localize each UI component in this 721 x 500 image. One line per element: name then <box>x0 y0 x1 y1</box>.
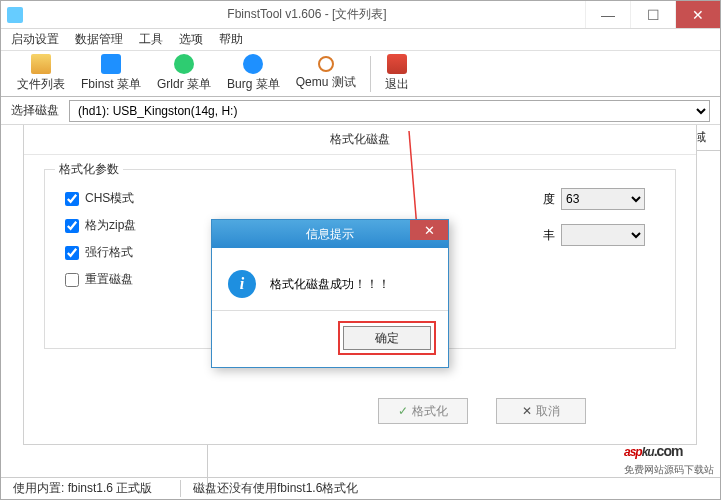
disk-select[interactable]: (hd1): USB_Kingston(14g, H:) <box>69 100 710 122</box>
app-icon <box>7 7 23 23</box>
tb-filelist[interactable]: 文件列表 <box>9 52 73 95</box>
menu-start[interactable]: 启动设置 <box>11 31 59 48</box>
tb-qemu[interactable]: Qemu 测试 <box>288 54 364 93</box>
menu-tools[interactable]: 工具 <box>139 31 163 48</box>
message-box: 信息提示 ✕ i 格式化磁盘成功！！！ 确定 <box>211 219 449 368</box>
grldr-icon <box>174 54 194 74</box>
chk-zip[interactable] <box>65 219 79 233</box>
ok-button[interactable]: 确定 <box>343 326 431 350</box>
disk-icon <box>101 54 121 74</box>
maximize-button[interactable]: ☐ <box>630 1 675 28</box>
tb-fbinst[interactable]: Fbinst 菜单 <box>73 52 149 95</box>
window-close-button[interactable]: ✕ <box>675 1 720 28</box>
menu-options[interactable]: 选项 <box>179 31 203 48</box>
disk-selector-row: 选择磁盘 (hd1): USB_Kingston(14g, H:) <box>1 97 720 125</box>
tb-exit[interactable]: 退出 <box>377 52 417 95</box>
msgbox-title-bar[interactable]: 信息提示 ✕ <box>212 220 448 248</box>
menu-help[interactable]: 帮助 <box>219 31 243 48</box>
tb-grldr[interactable]: Grldr 菜单 <box>149 52 219 95</box>
burg-icon <box>243 54 263 74</box>
msgbox-close-button[interactable]: ✕ <box>410 220 448 240</box>
ok-highlight: 确定 <box>338 321 436 355</box>
title-bar: FbinstTool v1.606 - [文件列表] — ☐ ✕ <box>1 1 720 29</box>
status-left: 使用内置: fbinst1.6 正式版 <box>1 480 181 497</box>
chk-reset[interactable] <box>65 273 79 287</box>
menu-data[interactable]: 数据管理 <box>75 31 123 48</box>
x-icon: ✕ <box>522 404 532 418</box>
cancel-button[interactable]: ✕取消 <box>496 398 586 424</box>
disk-label: 选择磁盘 <box>11 102 59 119</box>
speed-select[interactable]: 63 <box>561 188 645 210</box>
exit-icon <box>387 54 407 74</box>
status-right: 磁盘还没有使用fbinst1.6格式化 <box>181 480 370 497</box>
format-group-legend: 格式化参数 <box>55 161 123 178</box>
watermark: aspku.com 免费网站源码下载站 <box>624 432 714 477</box>
second-select[interactable] <box>561 224 645 246</box>
tb-burg[interactable]: Burg 菜单 <box>219 52 288 95</box>
toolbar-separator <box>370 56 371 92</box>
status-bar: 使用内置: fbinst1.6 正式版 磁盘还没有使用fbinst1.6格式化 <box>1 477 720 499</box>
folder-icon <box>31 54 51 74</box>
toolbar: 文件列表 Fbinst 菜单 Grldr 菜单 Burg 菜单 Qemu 测试 … <box>1 51 720 97</box>
speed-label: 度 <box>543 191 555 208</box>
msgbox-text: 格式化磁盘成功！！！ <box>270 276 390 293</box>
check-icon: ✓ <box>398 404 408 418</box>
minimize-button[interactable]: — <box>585 1 630 28</box>
format-button[interactable]: ✓格式化 <box>378 398 468 424</box>
menu-bar: 启动设置 数据管理 工具 选项 帮助 <box>1 29 720 51</box>
info-icon: i <box>228 270 256 298</box>
msgbox-title: 信息提示 <box>306 226 354 243</box>
format-title: 格式化磁盘 <box>24 125 696 155</box>
second-label: 丰 <box>543 227 555 244</box>
chk-chs[interactable] <box>65 192 79 206</box>
chk-force[interactable] <box>65 246 79 260</box>
qemu-icon <box>318 56 334 72</box>
window-title: FbinstTool v1.606 - [文件列表] <box>29 6 585 23</box>
